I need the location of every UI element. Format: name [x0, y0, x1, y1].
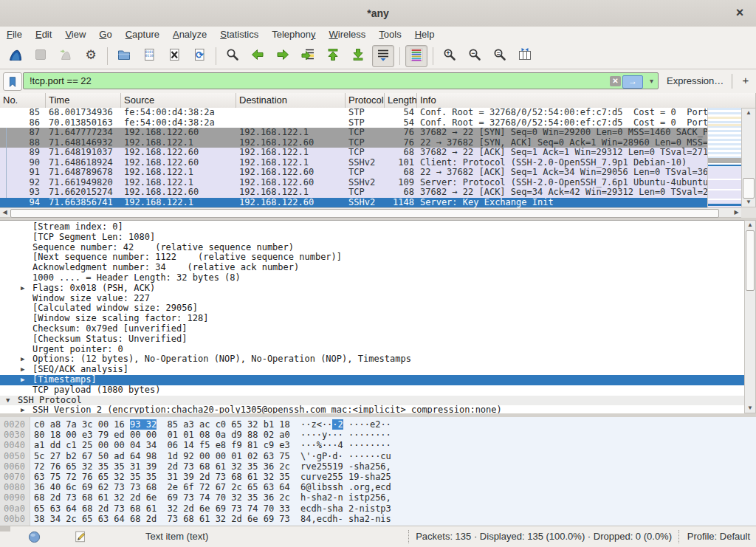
menu-item-capture[interactable]: Capture	[119, 27, 166, 43]
hex-row[interactable]: 0040a1 dd c1 25 00 00 04 34 06 14 f5 e8 …	[0, 440, 756, 450]
vscroll-thumb[interactable]	[743, 178, 755, 199]
toolbar-button-go-top[interactable]	[322, 45, 344, 67]
menu-item-file[interactable]: File	[0, 27, 29, 43]
expand-arrow-icon[interactable]: ▶	[21, 375, 24, 385]
scroll-left-arrow-icon[interactable]: ◀	[0, 208, 10, 217]
toolbar-button-resize-columns[interactable]	[514, 45, 536, 67]
toolbar-button-go-bottom[interactable]	[347, 45, 369, 67]
column-header-protocol[interactable]: Protocol	[346, 93, 385, 108]
expand-arrow-icon[interactable]: ▶	[21, 283, 24, 294]
hex-row[interactable]: 008036 40 6c 69 62 73 73 68 2e 6f 72 67 …	[0, 482, 756, 492]
hex-bytes[interactable]: 72 76 65 32 35 35 31 39 2d 73 68 61 32 3…	[34, 461, 290, 472]
title-bar[interactable]: *any ×	[0, 0, 756, 27]
toolbar-button-zoom-in[interactable]: +	[439, 45, 461, 67]
hex-bytes-highlight[interactable]: 93 32	[130, 419, 157, 430]
detail-line[interactable]: [Window size scaling factor: 128]	[0, 314, 744, 324]
toolbar-button-stop-capture[interactable]	[30, 45, 52, 67]
toolbar-button-restart-capture[interactable]	[55, 45, 77, 67]
details-vscrollbar[interactable]: ▲ ▼	[744, 220, 756, 413]
hex-ascii[interactable]: \'·gP·d· ······cu	[300, 451, 391, 461]
column-header-length[interactable]: Length	[385, 93, 417, 108]
toolbar-button-go-back[interactable]	[247, 45, 269, 67]
add-filter-button[interactable]: +	[739, 69, 752, 92]
detail-line[interactable]: [TCP Segment Len: 1080]	[0, 233, 744, 243]
hex-bytes[interactable]: a1 dd c1 25 00 00 04 34 06 14 f5 e8 f9 8…	[34, 440, 290, 450]
hex-row[interactable]: 003080 18 00 e3 79 ed 00 00 01 01 08 0a …	[0, 430, 756, 440]
packet-row[interactable]: 8670.013850163fe:54:00:d4:38:2aSTP54Conf…	[0, 118, 707, 128]
hex-ascii[interactable]: rve25519 -sha256,	[300, 461, 391, 472]
detail-line[interactable]: 1000 .... = Header Length: 32 bytes (8)	[0, 273, 744, 283]
hex-row[interactable]: 00505c 27 b2 67 50 ad 64 98 1d 92 00 00 …	[0, 451, 756, 461]
splitter-grip[interactable]	[0, 526, 10, 531]
detail-line[interactable]: [Stream index: 0]	[0, 222, 744, 233]
hex-ascii[interactable]: ····y··· ········	[300, 430, 391, 440]
menu-item-statistics[interactable]: Statistics	[213, 27, 265, 43]
detail-line[interactable]: ▶[Timestamps]	[0, 375, 744, 385]
hex-ascii[interactable]: ecdh-sha 2-nistp3	[300, 503, 391, 514]
hex-bytes[interactable]: 36 40 6c 69 62 73 73 68 2e 6f 72 67 2c 6…	[34, 482, 290, 492]
filter-dropdown-caret-icon[interactable]: ▾	[650, 77, 653, 85]
detail-line[interactable]: Urgent pointer: 0	[0, 345, 744, 355]
detail-line[interactable]: Window size value: 227	[0, 294, 744, 304]
menu-item-edit[interactable]: Edit	[29, 27, 58, 43]
detail-line[interactable]: [Next sequence number: 1122 (relative se…	[0, 252, 744, 263]
hex-bytes[interactable]: 85 a3 ac c0 65 32 b1 18	[157, 419, 290, 430]
detail-line[interactable]: ▶[SEQ/ACK analysis]	[0, 365, 744, 375]
toolbar-button-auto-scroll[interactable]	[372, 45, 394, 67]
packet-row[interactable]: 8971.648191037192.168.122.60192.168.122.…	[0, 148, 707, 158]
hex-bytes[interactable]: 80 18 00 e3 79 ed 00 00 01 01 08 0a d9 8…	[34, 430, 290, 440]
expand-arrow-icon[interactable]: ▶	[21, 405, 24, 413]
column-header-source[interactable]: Source	[121, 93, 236, 108]
column-header-destination[interactable]: Destination	[236, 93, 346, 108]
column-header-info[interactable]: Info	[417, 93, 756, 108]
packet-list-header[interactable]: No.TimeSourceDestinationProtocolLengthIn…	[0, 93, 756, 109]
detail-line[interactable]: ▶Options: (12 bytes), No-Operation (NOP)…	[0, 354, 744, 365]
close-window-button[interactable]: ×	[731, 4, 749, 21]
filter-clear-button[interactable]: ✕	[610, 76, 621, 86]
packet-row[interactable]: 9071.648618924192.168.122.60192.168.122.…	[0, 158, 707, 168]
packet-row[interactable]: 9371.662015274192.168.122.60192.168.122.…	[0, 188, 707, 198]
detail-line[interactable]: ▶SSH Version 2 (encryption:chacha20-poly…	[0, 405, 744, 413]
toolbar-button-start-capture[interactable]	[4, 45, 27, 67]
detail-line[interactable]: [Checksum Status: Unverified]	[0, 334, 744, 345]
hex-ascii[interactable]: 6@libssh .org,ecd	[300, 482, 391, 492]
hex-ascii[interactable]: curve255 19-sha25	[300, 472, 391, 482]
hex-row[interactable]: 009068 2d 73 68 61 32 2d 6e 69 73 74 70 …	[0, 492, 756, 503]
packet-row[interactable]: 8871.648146932192.168.122.1192.168.122.6…	[0, 138, 707, 148]
detail-line[interactable]: Sequence number: 42 (relative sequence n…	[0, 243, 744, 253]
toolbar-button-capture-options[interactable]: ⚙	[80, 45, 102, 67]
hex-bytes[interactable]: 65 63 64 68 2d 73 68 61 32 2d 6e 69 73 7…	[34, 503, 290, 514]
packet-list-minimap-scrollbar[interactable]	[707, 108, 741, 207]
menu-item-go[interactable]: Go	[92, 27, 118, 43]
display-filter-input[interactable]: !tcp.port == 22 ✕ → ▾	[23, 72, 659, 89]
column-header-no[interactable]: No.	[0, 93, 46, 108]
hex-bytes[interactable]: c0 a8 7a 3c 00 16	[34, 419, 130, 430]
filter-apply-button[interactable]: →	[622, 75, 643, 89]
hex-row[interactable]: 00a065 63 64 68 2d 73 68 61 32 2d 6e 69 …	[0, 503, 756, 514]
detail-line[interactable]: ▶Flags: 0x018 (PSH, ACK)	[0, 283, 744, 294]
packet-row[interactable]: 8771.647777234192.168.122.60192.168.122.…	[0, 128, 707, 138]
toolbar-button-open-file[interactable]	[113, 45, 135, 67]
expert-info-button[interactable]	[28, 531, 41, 546]
packet-row[interactable]: 9471.663856741192.168.122.1192.168.122.6…	[0, 198, 707, 208]
menu-item-tools[interactable]: Tools	[372, 27, 408, 43]
toolbar-button-go-forward[interactable]	[272, 45, 294, 67]
toolbar-button-reload[interactable]: ⟳	[188, 45, 210, 67]
toolbar-button-zoom-out[interactable]: −	[464, 45, 486, 67]
column-header-time[interactable]: Time	[46, 93, 121, 108]
packet-row[interactable]: 9271.661949820192.168.122.1192.168.122.6…	[0, 178, 707, 188]
hex-ascii[interactable]: 84,ecdh- sha2-nis	[300, 514, 391, 524]
packet-row[interactable]: 8568.001734936fe:54:00:d4:38:2aSTP54Conf…	[0, 108, 707, 118]
hex-row[interactable]: 00b038 34 2c 65 63 64 68 2d 73 68 61 32 …	[0, 514, 756, 524]
hscroll-thumb[interactable]	[10, 209, 719, 218]
detail-line[interactable]: Acknowledgment number: 34 (relative ack …	[0, 263, 744, 273]
scroll-down-arrow-icon[interactable]: ▼	[742, 198, 755, 207]
detail-line[interactable]: TCP payload (1080 bytes)	[0, 385, 744, 396]
detail-line[interactable]: ▼SSH Protocol	[0, 396, 744, 406]
expression-button[interactable]: Expression…	[667, 69, 724, 92]
toolbar-button-zoom-reset[interactable]: =	[489, 45, 511, 67]
packet-list-vscrollbar[interactable]: ▲ ▼	[741, 108, 756, 207]
toolbar-button-save-file[interactable]: 01010110	[138, 45, 160, 67]
capture-comment-button[interactable]	[74, 530, 87, 546]
scroll-up-arrow-icon[interactable]: ▲	[745, 221, 755, 230]
